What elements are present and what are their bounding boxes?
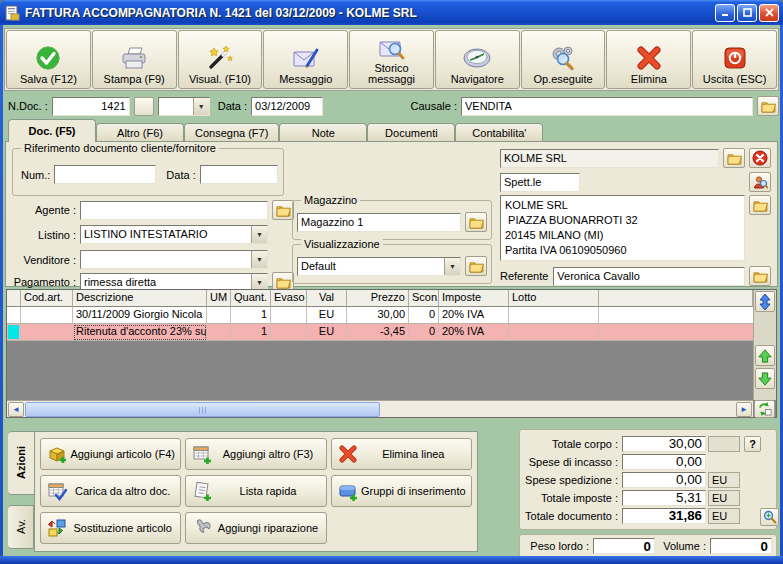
- load-from-doc-button[interactable]: Carica da altro doc.: [40, 475, 181, 507]
- expand-updown-button[interactable]: [755, 291, 775, 312]
- volume-input[interactable]: [710, 538, 772, 554]
- totale-documento-input[interactable]: [622, 508, 706, 524]
- delete-button[interactable]: Elimina: [606, 30, 691, 89]
- green-up-arrow-icon: [758, 349, 772, 363]
- col-prezzo[interactable]: Prezzo: [347, 290, 409, 307]
- col-descrizione[interactable]: Descrizione: [73, 290, 207, 307]
- date-input[interactable]: [251, 97, 323, 116]
- row-selector-cell[interactable]: [7, 307, 21, 324]
- ndoc-series-combo[interactable]: ▼: [158, 97, 210, 116]
- replace-article-icon: [45, 518, 69, 538]
- quick-list-button[interactable]: Lista rapida: [185, 475, 326, 507]
- chevron-down-icon[interactable]: ▼: [251, 226, 267, 243]
- ndoc-input[interactable]: [52, 97, 130, 116]
- ref-date-input[interactable]: [200, 165, 278, 184]
- chevron-down-icon[interactable]: ▼: [444, 258, 460, 275]
- tab-altro[interactable]: Altro (F6): [96, 123, 184, 142]
- totals-detail-button[interactable]: [760, 508, 779, 526]
- add-article-button[interactable]: Aggiungi articolo (F4): [40, 438, 181, 470]
- ref-num-input[interactable]: [54, 165, 156, 184]
- tab-consegna[interactable]: Consegna (F7): [184, 123, 279, 142]
- col-quant[interactable]: Quant.: [231, 290, 271, 307]
- agente-input[interactable]: [80, 201, 268, 220]
- save-check-icon: [34, 42, 62, 74]
- ndoc-aux-button[interactable]: [134, 97, 154, 116]
- client-search-button[interactable]: [749, 172, 771, 192]
- client-lookup-button[interactable]: [723, 148, 745, 168]
- refresh-grid-button[interactable]: [754, 400, 775, 418]
- tab-azioni[interactable]: Azioni: [8, 431, 35, 495]
- actions-tabstrip: Azioni Av.: [8, 431, 35, 549]
- causale-lookup-button[interactable]: [757, 96, 779, 116]
- help-button[interactable]: ?: [744, 436, 761, 452]
- magazzino-input[interactable]: [297, 213, 461, 232]
- col-lotto[interactable]: Lotto: [509, 290, 599, 307]
- venditore-combo[interactable]: ▼: [80, 250, 268, 269]
- operations-button[interactable]: Op.eseguite: [521, 30, 606, 89]
- print-button[interactable]: Stampa (F9): [92, 30, 177, 89]
- referente-input[interactable]: [553, 267, 745, 286]
- visualizzazione-combo[interactable]: Default▼: [297, 257, 461, 276]
- delete-line-button[interactable]: Elimina linea: [331, 438, 472, 470]
- col-val[interactable]: Val: [307, 290, 347, 307]
- col-imposte[interactable]: Imposte: [439, 290, 509, 307]
- spese-incasso-input[interactable]: [622, 454, 706, 470]
- scrollbar-thumb[interactable]: [25, 402, 380, 417]
- preview-button[interactable]: Visual. (F10): [178, 30, 263, 89]
- spese-incasso-label: Spese di incasso :: [522, 456, 622, 468]
- insert-groups-button[interactable]: Gruppi di inserimento: [331, 475, 472, 507]
- address-lookup-button[interactable]: [749, 195, 771, 215]
- chevron-down-icon[interactable]: ▼: [193, 98, 209, 115]
- scroll-left-arrow[interactable]: ◄: [8, 402, 24, 417]
- tab-documenti[interactable]: Documenti: [367, 123, 455, 142]
- col-scon[interactable]: Scon...: [409, 290, 439, 307]
- tab-avanzate[interactable]: Av.: [8, 505, 34, 549]
- chevron-down-icon[interactable]: ▼: [251, 274, 267, 291]
- exit-button[interactable]: Uscita (ESC): [692, 30, 777, 89]
- salutation-input[interactable]: [500, 173, 580, 192]
- agente-lookup-button[interactable]: [272, 200, 294, 220]
- peso-lordo-input[interactable]: [593, 538, 655, 554]
- row-selector-cell[interactable]: [7, 324, 21, 341]
- client-address-box[interactable]: KOLME SRL PIAZZA BUONARROTI 32 20145 MIL…: [500, 195, 745, 261]
- col-cod-art[interactable]: Cod.art.: [21, 290, 73, 307]
- move-line-up-button[interactable]: [755, 345, 775, 366]
- listino-combo[interactable]: LISTINO INTESTATARIO▼: [80, 225, 268, 244]
- totale-corpo-suffix: [708, 436, 740, 452]
- col-selector[interactable]: [7, 290, 21, 307]
- reference-legend: Riferimento documento cliente/fornitore: [21, 142, 219, 154]
- chevron-down-icon[interactable]: ▼: [251, 251, 267, 268]
- folder-icon: [761, 100, 776, 113]
- replace-article-button[interactable]: Sostituzione articolo: [40, 512, 181, 544]
- add-other-button[interactable]: Aggiungi altro (F3): [185, 438, 326, 470]
- visualizzazione-legend: Visualizzazione: [301, 238, 383, 250]
- col-um[interactable]: UM: [207, 290, 231, 307]
- referente-lookup-button[interactable]: [749, 266, 771, 286]
- tab-note[interactable]: Note: [279, 123, 367, 142]
- causale-input[interactable]: [461, 97, 753, 116]
- message-button[interactable]: Messaggio: [263, 30, 348, 89]
- totale-imposte-input[interactable]: [622, 490, 706, 506]
- scroll-right-arrow[interactable]: ►: [736, 402, 752, 417]
- move-line-down-button[interactable]: [755, 368, 775, 389]
- client-clear-button[interactable]: [749, 148, 771, 168]
- spese-spedizione-input[interactable]: [622, 472, 706, 488]
- table-row-selected[interactable]: Ritenuta d'acconto 23% sul 50% 1 EU -3,4…: [7, 324, 753, 341]
- navigator-button[interactable]: Navigatore: [435, 30, 520, 89]
- tab-contabilita[interactable]: Contabilita': [455, 123, 543, 142]
- table-row[interactable]: 30/11/2009 Giorgio Nicola Lauro 1 EU 30,…: [7, 307, 753, 324]
- printer-icon: [119, 42, 149, 74]
- save-button[interactable]: Salva (F12): [6, 30, 91, 89]
- grid-horizontal-scrollbar[interactable]: ◄ ►: [7, 400, 753, 417]
- close-button[interactable]: [759, 4, 779, 22]
- minimize-button[interactable]: [715, 4, 735, 22]
- add-repair-button[interactable]: Aggiungi riparazione: [185, 512, 326, 544]
- tab-doc[interactable]: Doc. (F5): [8, 119, 96, 142]
- client-name-input[interactable]: [500, 149, 719, 168]
- visualizzazione-lookup-button[interactable]: [465, 256, 487, 276]
- message-history-button[interactable]: Storico messaggi: [349, 30, 434, 89]
- maximize-button[interactable]: [737, 4, 757, 22]
- totale-corpo-input[interactable]: [622, 436, 706, 452]
- magazzino-lookup-button[interactable]: [465, 212, 487, 232]
- col-evaso[interactable]: Evaso: [271, 290, 307, 307]
